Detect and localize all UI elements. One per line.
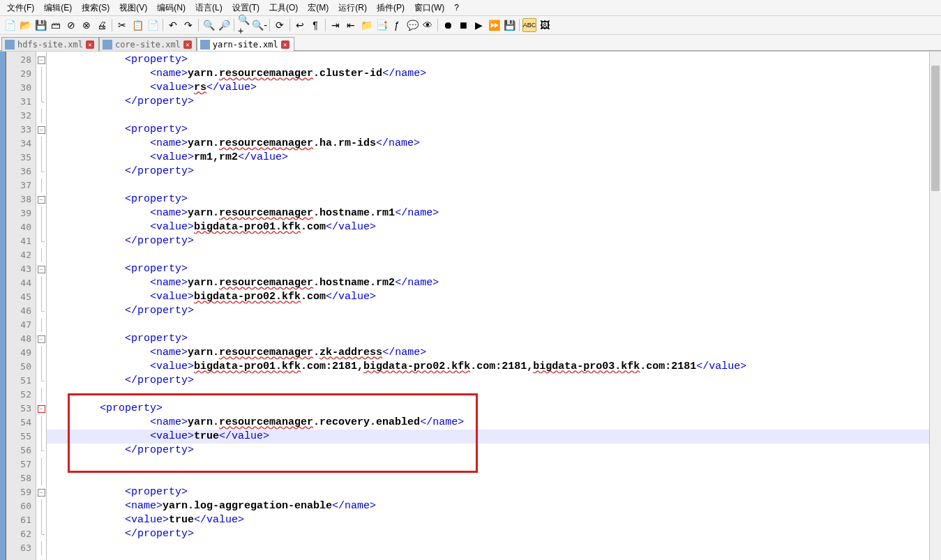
code-line[interactable] — [47, 109, 929, 123]
fold-marker[interactable] — [36, 541, 46, 555]
comment-icon[interactable]: 💬 — [405, 18, 419, 32]
menu-item[interactable]: 窗口(W) — [410, 1, 449, 15]
zoom-in-icon[interactable]: 🔍+ — [237, 18, 251, 32]
code-line[interactable] — [47, 471, 929, 485]
line-number[interactable]: 49 — [6, 346, 36, 360]
fold-marker[interactable] — [36, 388, 46, 402]
fold-marker[interactable] — [36, 374, 46, 388]
code-area[interactable]: <property> <name>yarn.resourcemanager.cl… — [47, 52, 929, 560]
menu-item[interactable]: 运行(R) — [334, 1, 371, 15]
line-number[interactable]: 56 — [6, 444, 36, 457]
menu-item[interactable]: 插件(P) — [372, 1, 409, 15]
line-number[interactable]: 41 — [6, 234, 36, 248]
line-number[interactable]: 35 — [6, 151, 36, 165]
find-icon[interactable]: 🔍 — [202, 18, 216, 32]
line-number[interactable]: 43 — [6, 262, 36, 276]
fold-marker[interactable] — [36, 471, 46, 485]
redo-icon[interactable]: ↷ — [181, 18, 195, 32]
line-number[interactable]: 37 — [6, 179, 36, 192]
fold-marker[interactable] — [36, 165, 46, 179]
copy-icon[interactable]: 📋 — [130, 18, 144, 32]
fold-marker[interactable] — [36, 416, 46, 430]
menu-item[interactable]: 设置(T) — [228, 1, 264, 15]
line-number[interactable]: 28 — [6, 53, 36, 67]
line-number[interactable]: 34 — [6, 137, 36, 151]
code-line[interactable] — [47, 457, 929, 471]
image-icon[interactable]: 🖼 — [538, 18, 552, 32]
menu-item[interactable]: 编码(N) — [153, 1, 190, 15]
fold-marker[interactable] — [36, 206, 46, 220]
line-number[interactable]: 36 — [6, 165, 36, 179]
fold-marker[interactable]: − — [36, 53, 46, 67]
line-number[interactable]: 32 — [6, 109, 36, 123]
tab-close-icon[interactable]: ✕ — [183, 40, 192, 49]
fold-marker[interactable] — [36, 248, 46, 262]
replace-icon[interactable]: 🔎 — [217, 18, 231, 32]
code-line[interactable]: </property> — [47, 95, 929, 109]
code-line[interactable]: <name>yarn.resourcemanager.hostname.rm2<… — [47, 276, 929, 290]
fold-marker[interactable] — [36, 179, 46, 192]
fold-marker[interactable] — [36, 234, 46, 248]
menu-item[interactable]: 文件(F) — [3, 1, 38, 15]
line-number[interactable]: 39 — [6, 206, 36, 220]
file-tab[interactable]: yarn-site.xml✕ — [197, 37, 294, 51]
undo-icon[interactable]: ↶ — [166, 18, 180, 32]
menu-item[interactable]: ? — [450, 2, 463, 13]
record-icon[interactable]: ⏺ — [441, 18, 455, 32]
fold-marker[interactable] — [36, 304, 46, 318]
tab-close-icon[interactable]: ✕ — [86, 40, 94, 49]
fold-marker[interactable]: − — [36, 123, 46, 137]
fold-marker[interactable] — [36, 444, 46, 457]
code-line[interactable]: </property> — [47, 374, 929, 388]
abc-icon[interactable]: ABC — [522, 18, 536, 32]
fold-marker[interactable] — [36, 137, 46, 151]
code-line[interactable]: <property> — [47, 262, 929, 276]
file-tab[interactable]: core-site.xml✕ — [99, 37, 197, 51]
code-line[interactable]: <value>rs</value> — [47, 81, 929, 95]
cut-icon[interactable]: ✂ — [115, 18, 129, 32]
fold-marker[interactable] — [36, 67, 46, 81]
close-icon[interactable]: ⊘ — [64, 18, 78, 32]
fold-marker[interactable] — [36, 430, 46, 444]
line-number[interactable]: 61 — [6, 513, 36, 527]
fold-marker[interactable] — [36, 527, 46, 541]
line-number[interactable]: 54 — [6, 416, 36, 430]
menu-item[interactable]: 编辑(E) — [40, 1, 76, 15]
fold-marker[interactable] — [36, 318, 46, 332]
fold-marker[interactable] — [36, 499, 46, 513]
line-number[interactable]: 44 — [6, 276, 36, 290]
fold-marker[interactable] — [36, 220, 46, 234]
code-line[interactable] — [47, 179, 929, 192]
sync-icon[interactable]: ⟳ — [273, 18, 287, 32]
code-line[interactable]: </property> — [47, 527, 929, 541]
fold-marker[interactable] — [36, 360, 46, 374]
code-line[interactable]: <property> — [47, 485, 929, 499]
code-line[interactable]: <property> — [47, 123, 929, 137]
code-line[interactable]: <value>true</value> — [47, 430, 929, 444]
fold-marker[interactable] — [36, 276, 46, 290]
outdent-icon[interactable]: ⇤ — [344, 18, 358, 32]
fold-marker[interactable] — [36, 109, 46, 123]
fold-marker[interactable] — [36, 346, 46, 360]
save-icon[interactable]: 💾 — [33, 18, 47, 32]
code-line[interactable]: </property> — [47, 304, 929, 318]
code-line[interactable]: <name>yarn.resourcemanager.cluster-id</n… — [47, 67, 929, 81]
line-number[interactable]: 38 — [6, 192, 36, 206]
code-line[interactable]: <name>yarn.resourcemanager.ha.rm-ids</na… — [47, 137, 929, 151]
line-number[interactable]: 29 — [6, 67, 36, 81]
code-line[interactable]: <value>true</value> — [47, 513, 929, 527]
code-line[interactable]: <name>yarn.resourcemanager.hostname.rm1<… — [47, 206, 929, 220]
line-number[interactable]: 51 — [6, 374, 36, 388]
line-number-gutter[interactable]: 2829303132333435363738394041424344454647… — [6, 52, 36, 560]
code-line[interactable] — [47, 318, 929, 332]
code-line[interactable]: <property> — [47, 332, 929, 346]
code-line[interactable] — [47, 248, 929, 262]
line-number[interactable]: 63 — [6, 541, 36, 555]
save-all-icon[interactable]: 🗃 — [49, 18, 63, 32]
eye-icon[interactable]: 👁 — [421, 18, 435, 32]
fold-marker[interactable] — [36, 81, 46, 95]
menu-bar[interactable]: 文件(F)编辑(E)搜索(S)视图(V)编码(N)语言(L)设置(T)工具(O)… — [0, 0, 941, 16]
paste-icon[interactable]: 📄 — [146, 18, 160, 32]
line-number[interactable]: 46 — [6, 304, 36, 318]
menu-item[interactable]: 语言(L) — [191, 1, 227, 15]
